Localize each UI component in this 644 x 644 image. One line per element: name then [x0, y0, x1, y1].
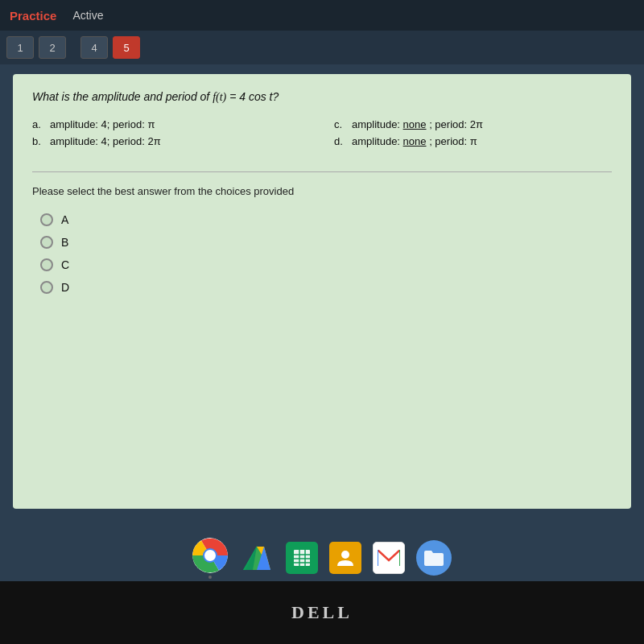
top-bar: Practice Active [0, 0, 644, 31]
chrome-icon[interactable] [192, 538, 228, 573]
choice-c: c. amplitude: none ; period: 2π [334, 118, 612, 130]
prompt-text: Please select the best answer from the c… [32, 185, 612, 197]
divider [32, 171, 612, 172]
drive-icon-wrap[interactable] [239, 540, 275, 576]
person-icon[interactable] [329, 542, 361, 574]
choice-b: b. amplitude: 4; period: 2π [32, 135, 310, 147]
gmail-icon[interactable] [373, 542, 405, 574]
radio-option-d[interactable]: D [40, 281, 612, 294]
choice-b-letter: b. [32, 135, 45, 147]
person-icon-wrap[interactable] [329, 542, 361, 574]
question-text: What is the amplitude and period of f(t)… [32, 90, 612, 104]
radio-circle-a[interactable] [40, 213, 53, 226]
sheets-icon[interactable] [286, 542, 318, 574]
radio-circle-c[interactable] [40, 258, 53, 271]
folder-icon-wrap[interactable] [416, 540, 452, 576]
choice-d-letter: d. [334, 135, 347, 147]
chrome-icon-wrap[interactable] [192, 538, 228, 579]
choice-d-text: amplitude: none ; period: π [352, 135, 477, 147]
dell-brand: DELL [291, 602, 353, 623]
sheets-icon-wrap[interactable] [286, 542, 318, 574]
radio-label-d: D [61, 281, 69, 294]
choice-a: a. amplitude: 4; period: π [32, 118, 310, 130]
choice-a-text: amplitude: 4; period: π [50, 118, 155, 130]
radio-circle-b[interactable] [40, 236, 53, 249]
status-badge: Active [72, 9, 103, 22]
choice-b-text: amplitude: 4; period: 2π [50, 135, 161, 147]
radio-option-b[interactable]: B [40, 236, 612, 249]
choices-grid: a. amplitude: 4; period: π c. amplitude:… [32, 118, 612, 147]
choice-c-letter: c. [334, 118, 347, 130]
choice-a-letter: a. [32, 118, 45, 130]
dell-bar: DELL [0, 581, 644, 644]
radio-option-a[interactable]: A [40, 213, 612, 226]
tab-5[interactable]: 5 [113, 36, 140, 59]
radio-label-c: C [61, 258, 69, 271]
radio-group: A B C D [32, 213, 612, 294]
choice-d: d. amplitude: none ; period: π [334, 135, 612, 147]
svg-rect-10 [294, 550, 310, 566]
tab-4[interactable]: 4 [80, 36, 108, 59]
gmail-icon-wrap[interactable] [373, 542, 405, 574]
chrome-dot [208, 576, 212, 579]
content-area: What is the amplitude and period of f(t)… [13, 74, 631, 509]
app-title: Practice [10, 9, 56, 23]
choice-c-text: amplitude: none ; period: 2π [352, 118, 483, 130]
radio-circle-d[interactable] [40, 281, 53, 294]
tab-bar: 1 2 4 5 [0, 31, 644, 64]
radio-label-a: A [61, 213, 68, 226]
svg-point-2 [204, 550, 216, 561]
tab-2[interactable]: 2 [39, 36, 66, 59]
folder-icon[interactable] [416, 540, 452, 576]
tab-1[interactable]: 1 [6, 36, 34, 59]
radio-option-c[interactable]: C [40, 258, 612, 271]
svg-point-16 [341, 551, 349, 559]
drive-icon[interactable] [239, 540, 275, 576]
radio-label-b: B [61, 236, 68, 249]
taskbar [0, 536, 644, 580]
